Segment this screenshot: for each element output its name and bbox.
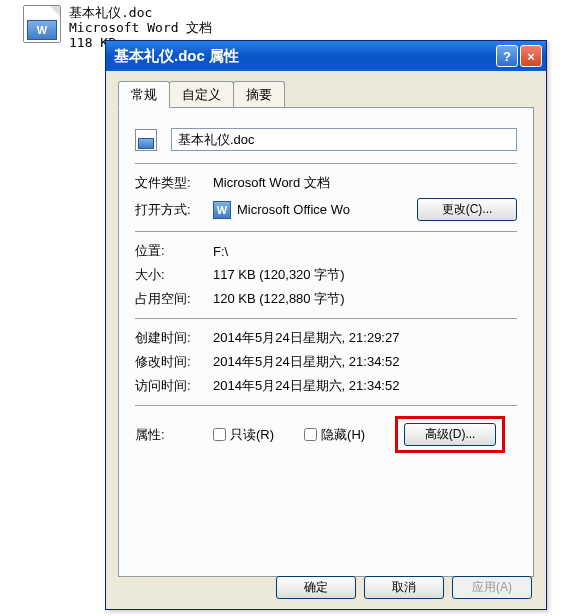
filetype-label: 文件类型: bbox=[135, 174, 213, 192]
readonly-label: 只读(R) bbox=[230, 426, 274, 444]
readonly-checkbox-wrap[interactable]: 只读(R) bbox=[213, 426, 274, 444]
change-button[interactable]: 更改(C)... bbox=[417, 198, 517, 221]
size-value: 117 KB (120,320 字节) bbox=[213, 266, 517, 284]
divider bbox=[135, 163, 517, 164]
tab-custom[interactable]: 自定义 bbox=[169, 81, 234, 107]
ok-button[interactable]: 确定 bbox=[276, 576, 356, 599]
tab-general[interactable]: 常规 bbox=[118, 81, 170, 108]
openwith-label: 打开方式: bbox=[135, 201, 213, 219]
hidden-checkbox-wrap[interactable]: 隐藏(H) bbox=[304, 426, 365, 444]
hidden-label: 隐藏(H) bbox=[321, 426, 365, 444]
modified-label: 修改时间: bbox=[135, 353, 213, 371]
created-label: 创建时间: bbox=[135, 329, 213, 347]
tab-row: 常规 自定义 摘要 bbox=[118, 81, 534, 107]
filetype-value: Microsoft Word 文档 bbox=[213, 174, 517, 192]
file-name: 基本礼仪.doc bbox=[69, 5, 212, 20]
help-button[interactable]: ? bbox=[496, 45, 518, 67]
dialog-buttons: 确定 取消 应用(A) bbox=[276, 576, 532, 599]
cancel-button[interactable]: 取消 bbox=[364, 576, 444, 599]
apply-button[interactable]: 应用(A) bbox=[452, 576, 532, 599]
location-value: F:\ bbox=[213, 244, 517, 259]
attrs-label: 属性: bbox=[135, 426, 213, 444]
sizeon-label: 占用空间: bbox=[135, 290, 213, 308]
hidden-checkbox[interactable] bbox=[304, 428, 317, 441]
tab-panel-general: 文件类型: Microsoft Word 文档 打开方式: W Microsof… bbox=[118, 107, 534, 577]
window-title: 基本礼仪.doc 属性 bbox=[114, 47, 494, 66]
advanced-button[interactable]: 高级(D)... bbox=[404, 423, 496, 446]
close-button[interactable]: × bbox=[520, 45, 542, 67]
file-type: Microsoft Word 文档 bbox=[69, 20, 212, 35]
tab-summary[interactable]: 摘要 bbox=[233, 81, 285, 107]
divider bbox=[135, 405, 517, 406]
openwith-value: Microsoft Office Wo bbox=[237, 202, 417, 217]
divider bbox=[135, 318, 517, 319]
location-label: 位置: bbox=[135, 242, 213, 260]
divider bbox=[135, 231, 517, 232]
titlebar[interactable]: 基本礼仪.doc 属性 ? × bbox=[106, 41, 546, 71]
word-doc-icon-small bbox=[135, 129, 157, 151]
word-doc-icon: W bbox=[23, 5, 61, 43]
highlight-box: 高级(D)... bbox=[395, 416, 505, 453]
size-label: 大小: bbox=[135, 266, 213, 284]
word-app-icon: W bbox=[213, 201, 231, 219]
accessed-value: 2014年5月24日星期六, 21:34:52 bbox=[213, 377, 517, 395]
sizeon-value: 120 KB (122,880 字节) bbox=[213, 290, 517, 308]
accessed-label: 访问时间: bbox=[135, 377, 213, 395]
filename-input[interactable] bbox=[171, 128, 517, 151]
readonly-checkbox[interactable] bbox=[213, 428, 226, 441]
created-value: 2014年5月24日星期六, 21:29:27 bbox=[213, 329, 517, 347]
properties-dialog: 基本礼仪.doc 属性 ? × 常规 自定义 摘要 文件类型: Microsof… bbox=[105, 40, 547, 610]
modified-value: 2014年5月24日星期六, 21:34:52 bbox=[213, 353, 517, 371]
